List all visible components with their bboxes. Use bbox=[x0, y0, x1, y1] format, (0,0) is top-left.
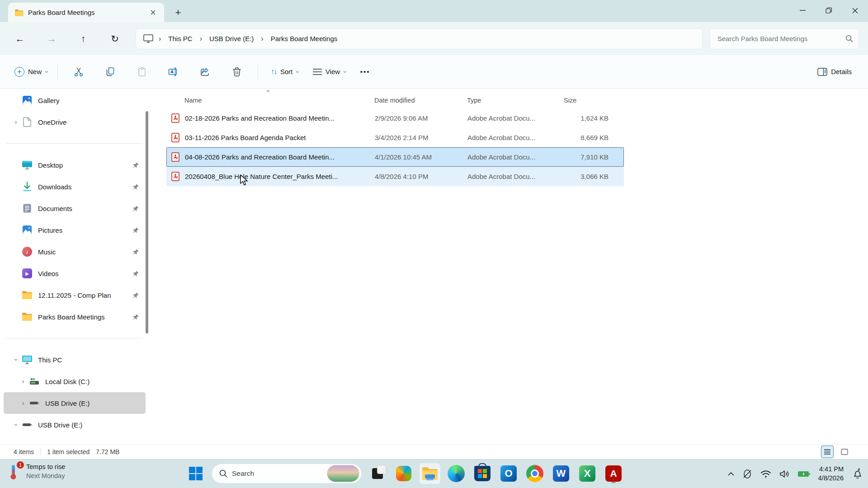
sidebar-label: OneDrive bbox=[38, 118, 146, 126]
sidebar-item-usb-drive-e[interactable]: › USB Drive (E:) bbox=[4, 392, 146, 414]
clock[interactable]: 4:41 PM 4/8/2026 bbox=[818, 465, 844, 483]
sidebar-item-onedrive[interactable]: › OneDrive bbox=[4, 111, 146, 133]
column-header-size[interactable]: Size bbox=[557, 97, 612, 104]
chevron-right-icon[interactable]: › bbox=[10, 118, 22, 126]
rename-button[interactable] bbox=[164, 63, 184, 81]
weather-badge: 1 bbox=[16, 461, 24, 469]
chrome-icon bbox=[526, 465, 543, 482]
pdf-file-icon bbox=[167, 152, 185, 162]
sidebar-item-documents[interactable]: Documents bbox=[4, 197, 146, 219]
file-row-selected[interactable]: 04-08-2026 Parks and Recreation Board Me… bbox=[166, 147, 624, 167]
chevron-down-icon: › bbox=[342, 70, 349, 73]
file-row-hovered[interactable]: 20260408_Blue Hole Nature Center_Parks M… bbox=[166, 167, 624, 186]
weather-widget[interactable]: 1 Temps to rise Next Monday bbox=[6, 463, 65, 481]
acrobat-taskbar-button[interactable]: A bbox=[603, 463, 624, 484]
onedrive-icon bbox=[22, 117, 33, 127]
sort-button[interactable]: ↑↓ Sort › bbox=[266, 64, 304, 80]
breadcrumb-current-folder[interactable]: Parks Board Meetings bbox=[266, 32, 342, 45]
pdf-file-icon bbox=[167, 172, 185, 181]
breadcrumb-usb-drive[interactable]: USB Drive (E:) bbox=[205, 32, 258, 45]
copilot-button[interactable] bbox=[393, 463, 414, 484]
do-not-disturb-bell-icon[interactable] bbox=[852, 469, 863, 479]
sidebar-item-comp-plan-folder[interactable]: 12.11.2025 - Comp Plan bbox=[4, 284, 146, 306]
paste-button[interactable] bbox=[132, 63, 152, 81]
breadcrumb-this-pc[interactable]: This PC bbox=[164, 32, 197, 45]
back-button[interactable]: ← bbox=[11, 30, 29, 48]
delete-button[interactable] bbox=[227, 63, 247, 81]
sidebar-item-parks-board-meetings-folder[interactable]: Parks Board Meetings bbox=[4, 306, 146, 328]
address-bar[interactable]: › This PC › USB Drive (E:) › Parks Board… bbox=[136, 28, 703, 49]
weather-subtext: Next Monday bbox=[26, 472, 65, 481]
excel-taskbar-button[interactable]: X bbox=[577, 463, 598, 484]
outlook-taskbar-button[interactable]: O bbox=[498, 463, 519, 484]
search-icon[interactable] bbox=[845, 35, 853, 42]
taskbar-search[interactable]: Search bbox=[212, 464, 362, 483]
details-view-button[interactable] bbox=[821, 446, 834, 458]
chevron-right-icon[interactable]: › bbox=[17, 399, 29, 407]
new-tab-button[interactable]: + bbox=[170, 5, 186, 20]
column-header-date-modified[interactable]: Date modified bbox=[374, 97, 467, 104]
column-header-name[interactable]: Name bbox=[166, 97, 374, 104]
task-view-button[interactable] bbox=[367, 463, 388, 484]
volume-icon[interactable] bbox=[779, 470, 789, 478]
chevron-down-icon[interactable]: › bbox=[10, 356, 22, 363]
command-toolbar: + New › bbox=[0, 55, 868, 89]
restore-button[interactable] bbox=[816, 0, 842, 21]
explorer-tab[interactable]: Parks Board Meetings bbox=[8, 3, 164, 22]
mouse-disabled-icon[interactable] bbox=[742, 469, 752, 479]
cut-button[interactable] bbox=[69, 63, 89, 81]
up-button[interactable]: ↑ bbox=[74, 30, 92, 48]
outlook-icon: O bbox=[500, 465, 517, 482]
minimize-button[interactable] bbox=[789, 0, 816, 21]
refresh-button[interactable]: ↻ bbox=[106, 30, 124, 48]
new-button[interactable]: + New › bbox=[10, 63, 53, 80]
sidebar-item-usb-drive-e-root[interactable]: › USB Drive (E:) bbox=[4, 414, 146, 436]
sidebar-item-downloads[interactable]: Downloads bbox=[4, 176, 146, 197]
wifi-icon[interactable] bbox=[760, 470, 771, 478]
tab-close-icon[interactable] bbox=[147, 7, 159, 19]
sidebar-item-music[interactable]: ♪ Music bbox=[4, 241, 146, 263]
tray-chevron-up-icon[interactable] bbox=[728, 472, 734, 476]
gallery-icon bbox=[22, 95, 33, 106]
acrobat-icon: A bbox=[605, 465, 622, 482]
system-tray: 4:41 PM 4/8/2026 bbox=[728, 460, 863, 488]
file-row[interactable]: 02-18-2026 Parks and Recreation Board Me… bbox=[166, 108, 624, 128]
word-taskbar-button[interactable]: W bbox=[551, 463, 571, 484]
start-button[interactable] bbox=[185, 463, 206, 484]
chevron-down-icon[interactable]: › bbox=[10, 421, 22, 428]
battery-icon[interactable] bbox=[797, 470, 810, 478]
sidebar-scrollbar[interactable] bbox=[146, 111, 148, 333]
close-button[interactable] bbox=[842, 0, 868, 21]
sidebar-item-local-disk-c[interactable]: › Local Disk (C:) bbox=[4, 371, 146, 392]
file-type: Adobe Acrobat Docu... bbox=[467, 173, 558, 180]
search-box[interactable] bbox=[710, 28, 859, 49]
sidebar-item-videos[interactable]: ▶ Videos bbox=[4, 263, 146, 284]
chevron-right-icon[interactable]: › bbox=[17, 378, 29, 385]
sidebar-label: Gallery bbox=[38, 97, 146, 104]
this-device-icon[interactable] bbox=[141, 34, 156, 43]
file-explorer-taskbar-button[interactable] bbox=[420, 463, 440, 484]
sidebar-item-gallery[interactable]: Gallery bbox=[4, 89, 146, 111]
file-name: 04-08-2026 Parks and Recreation Board Me… bbox=[185, 153, 375, 161]
sidebar-item-desktop[interactable]: Desktop bbox=[4, 154, 146, 176]
sidebar-label: Local Disk (C:) bbox=[45, 378, 146, 385]
search-highlight-image[interactable] bbox=[327, 465, 359, 482]
store-taskbar-button[interactable] bbox=[472, 463, 493, 484]
edge-taskbar-button[interactable] bbox=[446, 463, 467, 484]
sidebar-item-pictures[interactable]: Pictures bbox=[4, 219, 146, 241]
chevron-down-icon: › bbox=[295, 70, 302, 73]
forward-button[interactable]: → bbox=[42, 30, 61, 48]
share-button[interactable] bbox=[195, 63, 215, 81]
copy-button[interactable] bbox=[100, 63, 120, 81]
file-row[interactable]: 03-11-2026 Parks Board Agenda Packet 3/4… bbox=[166, 128, 624, 147]
sidebar-label: Parks Board Meetings bbox=[38, 313, 132, 321]
tab-bar: Parks Board Meetings + bbox=[0, 0, 868, 22]
details-pane-button[interactable]: Details bbox=[813, 64, 856, 80]
chrome-taskbar-button[interactable] bbox=[524, 463, 545, 484]
sidebar-item-this-pc[interactable]: › This PC bbox=[4, 349, 146, 371]
folder-search-input[interactable] bbox=[717, 35, 845, 42]
view-button[interactable]: View › bbox=[308, 64, 351, 79]
large-icons-view-button[interactable] bbox=[838, 446, 851, 458]
see-more-button[interactable]: ••• bbox=[356, 64, 375, 79]
column-header-type[interactable]: Type bbox=[467, 97, 557, 104]
